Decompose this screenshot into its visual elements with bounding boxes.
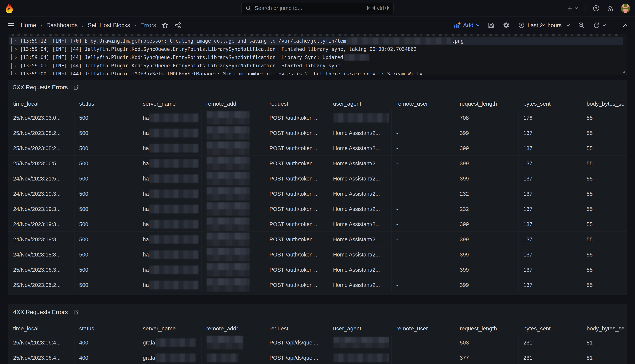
add-button[interactable]: Add <box>454 22 480 29</box>
log-row[interactable]: ›[13:59:00] [INF] [44] Jellyfin.Plugin.T… <box>9 70 622 75</box>
cell-text: 137 <box>523 145 532 151</box>
column-header-remote_user[interactable]: remote_user <box>396 98 452 110</box>
cell-remote_user: - <box>396 140 452 155</box>
cell-time_local: 24/Nov/2023:19:3... <box>13 186 72 201</box>
cell-text: POST /auth/token ... <box>270 252 319 258</box>
column-header-body_bytes_sent[interactable]: body_bytes_sent <box>586 98 625 110</box>
grafana-logo[interactable] <box>5 4 14 13</box>
column-header-request_length[interactable]: request_length <box>460 322 516 334</box>
cell-request_length: 399 <box>460 216 516 231</box>
cell-status: 400 <box>79 335 135 350</box>
cell-text: 137 <box>523 191 532 197</box>
cell-text: POST /api/ds/quer... <box>270 355 318 361</box>
search-input[interactable] <box>254 5 367 12</box>
cell-text: - <box>396 145 398 151</box>
cell-text: ha <box>143 236 149 242</box>
cell-user_agent: Home Assistant/2... <box>333 125 389 140</box>
cell-text: 500 <box>79 176 88 182</box>
cell-text: Home Assistant/2... <box>333 252 380 258</box>
expand-chevron-icon[interactable]: › <box>14 71 18 75</box>
expand-chevron-icon[interactable]: › <box>14 54 18 60</box>
svg-text:?: ? <box>595 6 597 10</box>
redacted-blur <box>206 126 250 140</box>
cell-text: 400 <box>79 340 88 346</box>
cell-status: 400 <box>79 350 135 364</box>
new-button[interactable] <box>567 5 578 11</box>
panel-title[interactable]: 5XX Requests Errors <box>13 84 68 91</box>
breadcrumb: Home › Dashboards › Self Host Blocks › E… <box>21 22 156 29</box>
cell-status: 500 <box>79 277 135 292</box>
cell-text: 399 <box>460 130 469 136</box>
cell-body_bytes_sent: 55 <box>586 247 625 262</box>
cell-remote_user: - <box>396 350 452 364</box>
external-link-icon[interactable] <box>73 309 79 315</box>
log-row[interactable]: ›[13:59:04] [INF] [44] Jellyfin.Plugin.K… <box>9 45 622 53</box>
column-header-remote_addr[interactable]: remote_addr <box>206 98 262 110</box>
breadcrumb-dashboard-name[interactable]: Self Host Blocks <box>88 22 130 29</box>
column-header-time_local[interactable]: time_local <box>13 322 72 334</box>
column-header-bytes_sent[interactable]: bytes_sent <box>523 98 579 110</box>
column-header-status[interactable]: status <box>79 98 135 110</box>
cell-request_length: 399 <box>460 232 516 246</box>
table-row: 24/Nov/2023:19:3...500haPOST /auth/token… <box>8 186 627 201</box>
share-icon[interactable] <box>174 22 181 29</box>
menu-icon[interactable] <box>8 22 14 28</box>
column-header-user_agent[interactable]: user_agent <box>333 322 389 334</box>
expand-chevron-icon[interactable]: › <box>14 63 18 68</box>
external-link-icon[interactable] <box>73 84 79 90</box>
log-row[interactable]: ›[13:59:04] [INF] [44] Jellyfin.Plugin.K… <box>9 53 622 62</box>
refresh-button[interactable] <box>593 22 606 29</box>
star-icon[interactable] <box>162 22 168 29</box>
cell-bytes_sent: 137 <box>523 201 579 216</box>
rss-icon[interactable] <box>607 5 614 12</box>
cell-text: ha <box>143 160 149 166</box>
cell-body_bytes_sent: 81 <box>586 335 625 350</box>
time-range-picker[interactable]: Last 24 hours <box>518 22 570 29</box>
column-header-status[interactable]: status <box>79 322 135 334</box>
cell-request: POST /auth/token ... <box>270 186 326 201</box>
top-nav-bar: ctrl+k ? <box>0 0 635 17</box>
cell-text: 137 <box>523 236 532 242</box>
log-row[interactable]: ›[13:59:01] [INF] [44] Jellyfin.Plugin.K… <box>9 62 622 70</box>
cell-time_local: 25/Nov/2023:08:2... <box>13 140 72 155</box>
zoom-out-icon[interactable] <box>578 22 585 29</box>
column-header-request[interactable]: request <box>270 322 326 334</box>
cell-text: 500 <box>79 282 88 288</box>
expand-chevron-icon[interactable]: › <box>14 38 18 44</box>
user-avatar[interactable] <box>621 4 630 13</box>
column-header-bytes_sent[interactable]: bytes_sent <box>523 322 579 334</box>
help-icon[interactable]: ? <box>592 5 600 12</box>
column-header-remote_addr[interactable]: remote_addr <box>206 322 262 334</box>
column-header-server_name[interactable]: server_name <box>143 98 199 110</box>
column-header-request_length[interactable]: request_length <box>460 98 516 110</box>
cell-server_name: ha <box>143 232 199 246</box>
cell-request: POST /auth/token ... <box>270 262 326 277</box>
column-header-server_name[interactable]: server_name <box>143 322 199 334</box>
resize-corner-icon[interactable] <box>622 70 625 73</box>
column-header-request[interactable]: request <box>270 98 326 110</box>
cell-text: 25/Nov/2023:06:4... <box>13 355 60 361</box>
cell-bytes_sent: 137 <box>523 140 579 155</box>
cell-text: ha <box>143 252 149 258</box>
gear-icon[interactable] <box>503 22 510 29</box>
plus-icon <box>567 5 573 11</box>
panel-title[interactable]: 4XX Requests Errors <box>13 309 68 316</box>
logs-panel: ›[13:59:12] [INF] [70] Emby.Drawing.Imag… <box>8 34 627 75</box>
save-icon[interactable] <box>488 22 494 29</box>
breadcrumb-separator: › <box>82 22 84 28</box>
column-header-user_agent[interactable]: user_agent <box>333 98 389 110</box>
cell-time_local: 25/Nov/2023:03:0... <box>13 110 72 125</box>
chevron-up-icon[interactable] <box>622 24 628 27</box>
cell-text: Home Assistant/2... <box>333 267 380 273</box>
cell-time_local: 25/Nov/2023:06:4... <box>13 350 72 364</box>
log-row[interactable]: ›[13:59:12] [INF] [70] Emby.Drawing.Imag… <box>9 37 622 45</box>
column-header-time_local[interactable]: time_local <box>13 98 72 110</box>
cell-text: - <box>396 282 398 288</box>
column-header-remote_user[interactable]: remote_user <box>396 322 452 334</box>
cell-request: POST /api/ds/quer... <box>270 335 326 350</box>
cell-remote_addr <box>206 125 262 140</box>
breadcrumb-home[interactable]: Home <box>21 22 36 29</box>
breadcrumb-dashboards[interactable]: Dashboards <box>46 22 78 29</box>
column-header-body_bytes_sent[interactable]: body_bytes_sent <box>586 322 625 334</box>
expand-chevron-icon[interactable]: › <box>14 46 18 52</box>
